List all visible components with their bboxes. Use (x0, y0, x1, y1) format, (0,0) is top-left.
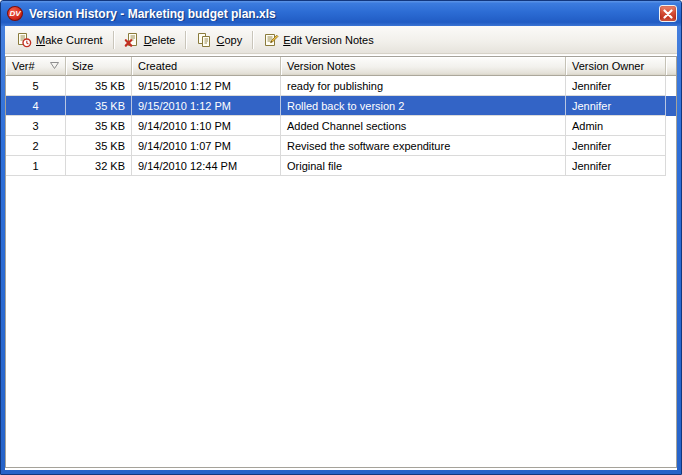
column-header-filler (666, 57, 677, 76)
table-row-version-2[interactable]: 2 35 KB 9/14/2010 1:07 PM Revised the so… (6, 136, 676, 156)
cell-notes: Revised the software expenditure (281, 136, 566, 156)
make-current-icon (16, 32, 32, 48)
copy-label: Copy (216, 34, 242, 46)
cell-notes: Rolled back to version 2 (281, 96, 566, 116)
column-header-size[interactable]: Size (66, 57, 132, 76)
app-logo-icon: DV (7, 6, 23, 21)
cell-size: 35 KB (66, 116, 132, 136)
cell-size: 32 KB (66, 156, 132, 176)
cell-filler (666, 96, 677, 116)
column-header-ver[interactable]: Ver# (6, 57, 66, 76)
cell-created: 9/15/2010 1:12 PM (132, 76, 281, 96)
cell-notes: Original file (281, 156, 566, 176)
cell-created: 9/14/2010 12:44 PM (132, 156, 281, 176)
cell-filler (666, 156, 677, 176)
column-header-version-notes[interactable]: Version Notes (281, 57, 566, 76)
table-row-version-3[interactable]: 3 35 KB 9/14/2010 1:10 PM Added Channel … (6, 116, 676, 136)
column-header-created[interactable]: Created (132, 57, 281, 76)
close-icon (663, 9, 673, 19)
cell-ver: 5 (6, 76, 66, 96)
copy-icon (196, 32, 212, 48)
cell-created: 9/14/2010 1:07 PM (132, 136, 281, 156)
title-bar[interactable]: DV Version History - Marketing budget pl… (1, 1, 681, 26)
delete-icon (124, 32, 140, 48)
version-list: Ver# Size Created Version Notes Version … (5, 56, 677, 468)
table-row-version-5[interactable]: 5 35 KB 9/15/2010 1:12 PM ready for publ… (6, 76, 676, 96)
cell-ver: 1 (6, 156, 66, 176)
edit-version-notes-icon (263, 32, 279, 48)
make-current-button[interactable]: Make Current (9, 28, 110, 52)
cell-ver: 4 (6, 96, 66, 116)
make-current-label: Make Current (36, 34, 103, 46)
column-header-ver-label: Ver# (12, 60, 35, 72)
cell-size: 35 KB (66, 76, 132, 96)
cell-notes: Added Channel sections (281, 116, 566, 136)
toolbar-separator (252, 31, 253, 49)
cell-size: 35 KB (66, 96, 132, 116)
cell-ver: 3 (6, 116, 66, 136)
table-row-version-1[interactable]: 1 32 KB 9/14/2010 12:44 PM Original file… (6, 156, 676, 176)
list-empty-area (6, 176, 676, 467)
cell-filler (666, 136, 677, 156)
cell-owner: Admin (566, 116, 666, 136)
cell-owner: Jennifer (566, 156, 666, 176)
table-row-version-4-selected[interactable]: 4 35 KB 9/15/2010 1:12 PM Rolled back to… (6, 96, 676, 116)
toolbar-separator (185, 31, 186, 49)
cell-owner: Jennifer (566, 76, 666, 96)
cell-size: 35 KB (66, 136, 132, 156)
cell-ver: 2 (6, 136, 66, 156)
version-history-window: DV Version History - Marketing budget pl… (0, 0, 682, 475)
toolbar: Make Current Delete (5, 26, 677, 54)
cell-owner: Jennifer (566, 136, 666, 156)
delete-label: Delete (144, 34, 176, 46)
edit-version-notes-button[interactable]: Edit Version Notes (256, 28, 381, 52)
cell-created: 9/15/2010 1:12 PM (132, 96, 281, 116)
toolbar-separator (113, 31, 114, 49)
cell-created: 9/14/2010 1:10 PM (132, 116, 281, 136)
delete-button[interactable]: Delete (117, 28, 183, 52)
close-button[interactable] (659, 5, 677, 22)
sort-descending-icon (50, 62, 59, 70)
cell-notes: ready for publishing (281, 76, 566, 96)
table-header-row: Ver# Size Created Version Notes Version … (6, 57, 676, 76)
column-header-version-owner[interactable]: Version Owner (566, 57, 666, 76)
window-title: Version History - Marketing budget plan.… (29, 7, 659, 21)
client-area: Make Current Delete (5, 26, 677, 470)
cell-filler (666, 116, 677, 136)
edit-version-notes-label: Edit Version Notes (283, 34, 374, 46)
cell-filler (666, 76, 677, 96)
copy-button[interactable]: Copy (189, 28, 249, 52)
cell-owner: Jennifer (566, 96, 666, 116)
